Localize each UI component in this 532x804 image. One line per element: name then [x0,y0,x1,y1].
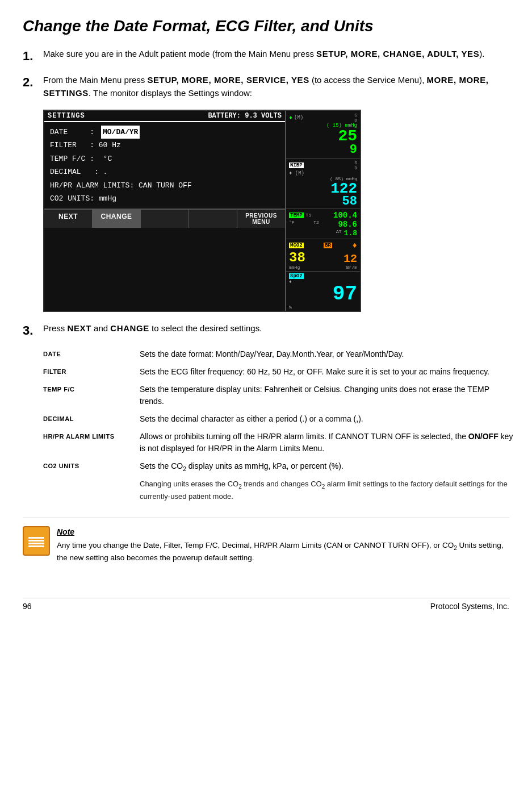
eco2-tag: MCO2 [289,243,304,248]
nibp-label2: ♦ (M) [289,170,357,176]
nibp-sd: SD [354,160,357,170]
monitor-row-temp: TEMP F/C : °C [50,152,279,165]
hr-tag: ♦ [289,115,292,121]
monitor-display: SETTINGS BATTERY: 9.3 VOLTS DATE : MO/DA… [43,110,361,312]
desc-co2units-def: Sets the CO2 display units as mmHg, kPa,… [140,460,514,473]
eco2-value: 38 [289,251,305,265]
monitor-date-value: MO/DA/YR [101,126,140,139]
desc-decimal: DECIMAL Sets the decimal character as ei… [43,413,514,425]
step-3-number: 3. [23,323,43,338]
settings-description-table: DATE Sets the date format: Month/Day/Yea… [43,348,514,502]
temp-t1-label: T1 [306,213,312,218]
note-line-1 [28,537,44,539]
monitor-decimal-label: DECIMAL : . [50,165,107,178]
nibp-sys: 122 [289,181,357,196]
vital-hr: ♦ (M) SD ( 15) mmHg 25 9 [286,111,360,159]
desc-tempfc-term: TEMP F/C [43,384,140,407]
step-3-content: Press NEXT and CHANGE to select the desi… [43,322,509,338]
company-name: Protocol Systems, Inc. [430,602,509,611]
note-text: Any time you change the Date, Filter, Te… [57,540,509,564]
desc-date-term: DATE [43,348,140,360]
hr-value-dia: 9 [289,144,357,156]
note-text-column: Note Any time you change the Date, Filte… [57,526,509,564]
monitor-date-label: DATE : [50,126,101,139]
note-icon [23,526,50,556]
desc-hrpr-term: HR/PR ALARM LIMITS [43,431,140,455]
step-1-number: 1. [23,49,43,64]
co2-changing-note: Changing units erases the CO2 trends and… [140,478,514,502]
desc-date-def: Sets the date format: Month/Day/Year, Da… [140,348,514,360]
step-2: 2. From the Main Menu press SETUP, MORE,… [23,74,509,99]
desc-hrpr-def: Allows or prohibits turning off the HR/P… [140,431,514,455]
step-3-bold1: NEXT [68,323,91,333]
desc-tempfc: TEMP F/C Sets the temperature display un… [43,384,514,407]
desc-co2units: CO2 UNITS Sets the CO2 display units as … [43,460,514,473]
monitor-footer: NEXT CHANGE PREVIOUSMENU [44,209,285,228]
onoff-bold: ON/OFF [468,432,499,441]
monitor-btn-empty2 [189,210,237,228]
note-lines [28,537,44,547]
step-1: 1. Make sure you are in the Adult patien… [23,48,509,64]
br-tag: BR [324,243,332,248]
nibp-tag: NIBP [289,163,304,168]
desc-filter-term: FILTER [43,366,140,378]
monitor-row-decimal: DECIMAL : . [50,165,279,178]
monitor-settings-panel: SETTINGS BATTERY: 9.3 VOLTS DATE : MO/DA… [44,111,286,311]
step-2-bold1: SETUP, MORE, MORE, SERVICE, YES [147,75,309,85]
monitor-screenshot: SETTINGS BATTERY: 9.3 VOLTS DATE : MO/DA… [43,110,509,312]
monitor-body: DATE : MO/DA/YR FILTER : 60 Hz TEMP F/C … [44,122,285,209]
desc-decimal-def: Sets the decimal character as either a p… [140,413,514,425]
step-1-text-after: ). [479,49,484,59]
monitor-vitals-panel: ♦ (M) SD ( 15) mmHg 25 9 NIBP SD ♦ (M) (… [286,111,360,311]
vital-eco2-br: MCO2 BR ♦ 38 mmHg 12 Br/m [286,239,360,272]
note-line-3 [28,543,44,544]
step-3-text2: and [91,323,110,333]
note-section: Note Any time you change the Date, Filte… [23,518,509,564]
eco2-unit: mmHg [289,265,305,270]
note-line-2 [28,540,44,541]
desc-co2units-term: CO2 UNITS [43,460,140,473]
hr-values: 25 [289,128,357,144]
monitor-btn-next[interactable]: NEXT [44,210,93,228]
monitor-header: SETTINGS BATTERY: 9.3 VOLTS [44,111,285,122]
desc-hrpr: HR/PR ALARM LIMITS Allows or prohibits t… [43,431,514,455]
monitor-row-filter: FILTER : 60 Hz [50,139,279,152]
step-3-bold2: CHANGE [110,323,149,333]
monitor-btn-empty1 [141,210,189,228]
br-icon: ♦ [353,241,357,250]
page-footer: 96 Protocol Systems, Inc. [23,598,509,611]
monitor-header-settings: SETTINGS [48,112,85,120]
monitor-row-co2: CO2 UNITS: mmHg [50,192,279,205]
note-label: Note [57,526,509,538]
monitor-co2-label: CO2 UNITS: mmHg [50,192,116,205]
monitor-hrpr-label: HR/PR ALARM LIMITS: CAN TURN OFF [50,179,192,192]
monitor-filter-label: FILTER : 60 Hz [50,139,121,152]
br-unit: Br/m [344,265,357,270]
monitor-btn-prev[interactable]: PREVIOUSMENU [237,210,285,228]
vital-nibp: NIBP SD ♦ (M) ( 85) mmHg 122 58 [286,159,360,209]
temp-dt-val: 1.8 [344,229,357,238]
step-2-number: 2. [23,75,43,99]
monitor-row-date: DATE : MO/DA/YR [50,126,279,139]
page-number: 96 [23,602,32,611]
step-1-bold: SETUP, MORE, CHANGE, ADULT, YES [316,49,479,59]
page-title: Change the Date Format, ECG Filter, and … [23,17,509,35]
hr-label: (M) [294,115,303,120]
step-2-content: From the Main Menu press SETUP, MORE, MO… [43,74,509,99]
vital-spo2: SpO2 ♦ 97 % [286,272,360,311]
monitor-btn-change[interactable]: CHANGE [93,210,141,228]
spo2-value: 97 [289,284,357,305]
temp-dt-label: ΔT [336,229,342,238]
br-value: 12 [344,253,357,265]
nibp-dia: 58 [289,196,357,207]
monitor-temp-label: TEMP F/C : °C [50,152,112,165]
step-2-text-after: . The monitor displays the Settings wind… [89,88,252,98]
step-3: 3. Press NEXT and CHANGE to select the d… [23,322,509,338]
step-2-text-before: From the Main Menu press [43,75,147,85]
step-2-text-middle: (to access the Service Menu), [309,75,427,85]
desc-decimal-term: DECIMAL [43,413,140,425]
vital-temp: TEMP T1 100.4 °F T2 98.6 ΔT 1.8 [286,209,360,239]
desc-date: DATE Sets the date format: Month/Day/Yea… [43,348,514,360]
note-line-4 [28,545,44,547]
desc-filter: FILTER Sets the ECG filter frequency: 60… [43,366,514,378]
